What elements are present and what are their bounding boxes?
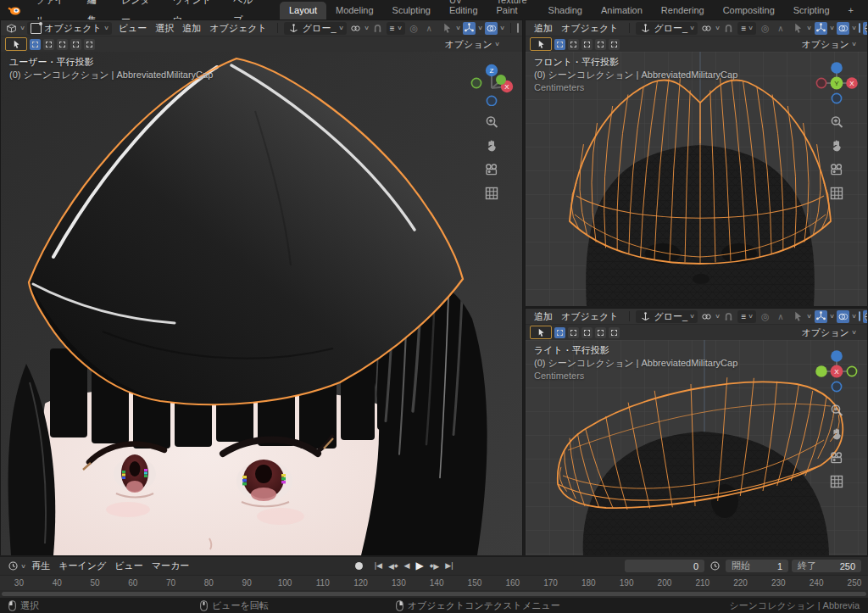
editor-type-icon[interactable]	[5, 22, 18, 35]
camera-view-icon[interactable]	[829, 162, 844, 177]
header-menu-item[interactable]: 追加	[178, 22, 205, 35]
options-dropdown[interactable]: オプション∨	[802, 326, 856, 339]
select-mode-invert-icon[interactable]	[70, 39, 81, 50]
header-menu-item[interactable]: 追加	[530, 22, 557, 35]
prev-keyframe-button[interactable]: ◀◆	[387, 557, 400, 576]
select-mode-subtract-icon[interactable]	[581, 327, 593, 338]
shading-wireframe-icon[interactable]	[863, 22, 867, 35]
zoom-icon[interactable]	[829, 114, 844, 130]
mode-selector[interactable]: オブジェクト∨	[27, 22, 112, 35]
workspace-tab[interactable]: Layout	[280, 2, 326, 20]
pan-hand-icon[interactable]	[484, 138, 499, 153]
select-cursor-icon[interactable]	[441, 22, 453, 35]
select-mode-extend-icon[interactable]	[568, 39, 579, 50]
use-preview-range-icon[interactable]	[709, 560, 721, 572]
select-mode-intersect-icon[interactable]	[609, 327, 620, 338]
pan-hand-icon[interactable]	[829, 426, 844, 442]
workspace-tab[interactable]: Shading	[539, 2, 592, 20]
select-mode-subtract-icon[interactable]	[581, 39, 593, 50]
frame-end-field[interactable]: 終了250	[792, 560, 861, 572]
perspective-grid-icon[interactable]	[484, 186, 499, 201]
snap-target-icon[interactable]	[349, 22, 362, 35]
timeline-menu-item[interactable]: 再生	[27, 560, 54, 572]
jump-to-end-button[interactable]: ▶|	[443, 557, 454, 575]
snap-target-icon[interactable]	[700, 310, 713, 323]
falloff-icon[interactable]: ∧	[774, 310, 787, 323]
snap-with-selector[interactable]: ≡∨	[737, 22, 756, 35]
viewport-right-canvas[interactable]: ライト・平行投影 (0) シーンコレクション | AbbreviatedMili…	[526, 340, 867, 555]
falloff-icon[interactable]: ∧	[774, 22, 787, 35]
workspace-tab[interactable]: Modeling	[326, 2, 383, 20]
play-button[interactable]: ▶	[414, 557, 425, 575]
blender-logo-icon[interactable]	[7, 3, 22, 18]
active-tool-button[interactable]	[530, 326, 552, 339]
header-menu-item[interactable]: 追加	[530, 310, 557, 323]
next-keyframe-button[interactable]: ◆▶	[428, 557, 442, 576]
timeline-editor-icon[interactable]	[7, 560, 19, 572]
select-cursor-icon[interactable]	[792, 22, 804, 35]
options-dropdown[interactable]: オプション∨	[445, 38, 499, 51]
snap-with-selector[interactable]: ≡∨	[387, 22, 405, 35]
xray-toggle-icon[interactable]	[517, 23, 519, 33]
overlays-toggle-icon[interactable]	[485, 22, 498, 35]
snap-with-selector[interactable]: ≡∨	[737, 310, 756, 323]
header-menu-item[interactable]: オブジェクト	[557, 310, 623, 323]
perspective-grid-icon[interactable]	[829, 474, 844, 489]
falloff-icon[interactable]: ∧	[423, 22, 436, 35]
viewport-front-canvas[interactable]: フロント・平行投影 (0) シーンコレクション | AbbreviatedMil…	[526, 52, 867, 306]
overlays-toggle-icon[interactable]	[837, 22, 849, 35]
magnet-icon[interactable]	[722, 22, 735, 35]
zoom-icon[interactable]	[484, 114, 499, 130]
header-menu-item[interactable]: 選択	[151, 22, 178, 35]
proportional-edit-icon[interactable]: ◎	[759, 22, 771, 35]
camera-view-icon[interactable]	[829, 450, 844, 465]
current-frame-field[interactable]: 0	[625, 560, 704, 572]
header-menu-item[interactable]: オブジェクト	[205, 22, 271, 35]
header-menu-item[interactable]: オブジェクト	[557, 22, 623, 35]
select-mode-intersect-icon[interactable]	[609, 39, 620, 50]
timeline-scrollbar[interactable]	[0, 590, 868, 598]
shading-wireframe-icon[interactable]	[521, 22, 522, 35]
magnet-icon[interactable]	[371, 22, 384, 35]
workspace-tab[interactable]: Scripting	[784, 2, 839, 20]
select-mode-invert-icon[interactable]	[595, 327, 606, 338]
snap-target-icon[interactable]	[700, 22, 713, 35]
select-cursor-icon[interactable]	[792, 310, 804, 323]
workspace-tab[interactable]: UV Editing	[440, 0, 487, 20]
orientation-gizmo[interactable]: X	[814, 348, 860, 394]
select-mode-extend-icon[interactable]	[568, 327, 579, 338]
magnet-icon[interactable]	[722, 310, 735, 323]
select-mode-extend-icon[interactable]	[43, 39, 54, 50]
header-menu-item[interactable]: ビュー	[114, 22, 152, 35]
workspace-tab[interactable]: Texture Paint	[487, 0, 539, 20]
select-mode-intersect-icon[interactable]	[84, 39, 95, 50]
timeline-menu-item[interactable]: ビュー	[110, 560, 147, 572]
pan-hand-icon[interactable]	[829, 138, 844, 153]
select-mode-invert-icon[interactable]	[595, 39, 606, 50]
gizmos-toggle-icon[interactable]	[815, 310, 827, 323]
jump-to-start-button[interactable]: |◀	[373, 557, 384, 575]
proportional-edit-icon[interactable]: ◎	[408, 22, 420, 35]
xray-toggle-icon[interactable]	[859, 311, 860, 321]
select-mode-set-icon[interactable]	[554, 327, 565, 338]
orientation-gizmo[interactable]: Z X	[469, 60, 515, 106]
timeline-menu-item[interactable]: キーイング	[54, 560, 110, 572]
proportional-edit-icon[interactable]: ◎	[759, 310, 771, 323]
select-mode-set-icon[interactable]	[554, 39, 565, 50]
gizmos-toggle-icon[interactable]	[463, 22, 476, 35]
auto-key-record-button[interactable]	[355, 562, 363, 570]
overlays-toggle-icon[interactable]	[837, 310, 849, 323]
workspace-tab[interactable]: Compositing	[714, 2, 784, 20]
xray-toggle-icon[interactable]	[859, 23, 860, 33]
orientation-selector[interactable]: グロー_∨	[284, 22, 347, 35]
shading-wireframe-icon[interactable]	[863, 310, 867, 323]
workspace-tab[interactable]: Animation	[592, 2, 652, 20]
viewport-main-canvas[interactable]: ユーザー・平行投影 (0) シーンコレクション | AbbreviatedMil…	[1, 52, 522, 555]
orientation-gizmo[interactable]: X Y	[814, 60, 860, 106]
orientation-selector[interactable]: グロー_∨	[636, 310, 698, 323]
select-mode-subtract-icon[interactable]	[57, 39, 68, 50]
orientation-selector[interactable]: グロー_∨	[636, 22, 698, 35]
camera-view-icon[interactable]	[484, 162, 499, 177]
gizmos-toggle-icon[interactable]	[815, 22, 827, 35]
select-mode-set-icon[interactable]	[30, 39, 41, 50]
